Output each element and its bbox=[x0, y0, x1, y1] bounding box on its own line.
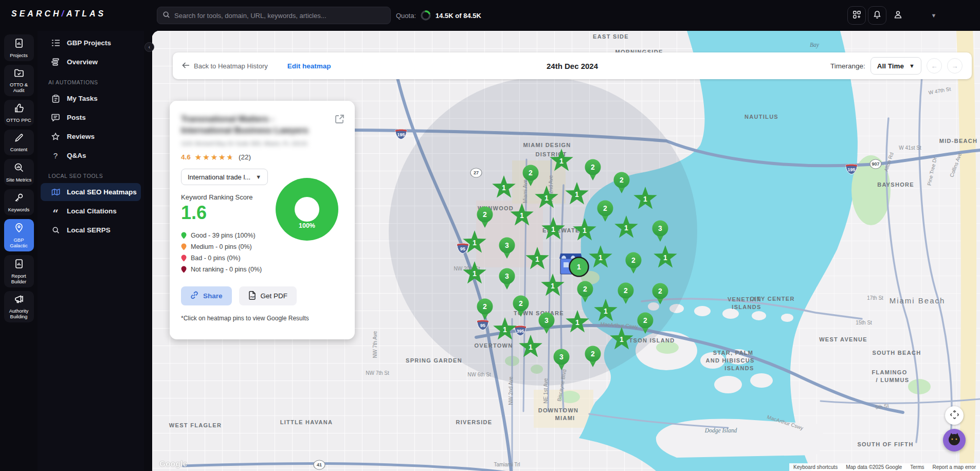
business-pin-badge[interactable]: 1 bbox=[570, 258, 589, 277]
pdf-file-icon: PDF bbox=[248, 291, 256, 301]
svg-text:1: 1 bbox=[473, 269, 477, 278]
sidebar-item-overview[interactable]: Overview bbox=[41, 53, 141, 71]
get-pdf-button[interactable]: PDF Get PDF bbox=[239, 286, 297, 305]
apps-grid-button[interactable] bbox=[847, 6, 866, 25]
map-canvas[interactable]: EAST SIDEMORNINGSIDEBayW 47th StNAUTILUS… bbox=[152, 31, 980, 471]
rail-item-label: Content bbox=[10, 147, 27, 152]
rail-item-authority-building[interactable]: Authority Building bbox=[4, 291, 34, 322]
rating-stars-icon: ★★★★★★★★★★ bbox=[195, 153, 234, 161]
map-label: LITTLE HAVANA bbox=[280, 419, 333, 425]
global-search[interactable] bbox=[157, 7, 391, 24]
rail-item-otto-audit[interactable]: OTTO & Audit bbox=[4, 65, 34, 96]
map-fullscreen-button[interactable] bbox=[945, 406, 964, 425]
rail-item-report-builder[interactable]: Report Builder bbox=[4, 255, 34, 287]
rail-item-gbp-galactic[interactable]: GBP Galactic bbox=[4, 219, 34, 251]
svg-text:3: 3 bbox=[505, 272, 509, 280]
svg-text:3: 3 bbox=[505, 241, 509, 249]
account-button[interactable] bbox=[888, 6, 907, 25]
share-button[interactable]: Share bbox=[181, 286, 232, 305]
prev-date-button[interactable]: ← bbox=[927, 58, 942, 74]
search-input[interactable] bbox=[174, 12, 385, 20]
map-attribution: Keyboard shortcutsMap data ©2025 GoogleT… bbox=[789, 463, 980, 471]
sidebar-item-label: GBP Projects bbox=[67, 39, 111, 47]
svg-text:2: 2 bbox=[529, 169, 533, 177]
sidebar-item-qas[interactable]: ? Q&As bbox=[41, 147, 141, 165]
map-label: MIAMI bbox=[555, 415, 575, 421]
map-label: SOUTH BEACH bbox=[873, 350, 921, 356]
map-label: Dodge Island bbox=[704, 427, 737, 434]
keyword-dropdown[interactable]: International trade l... ▼ bbox=[181, 169, 268, 185]
quota-label: Quota: bbox=[396, 12, 416, 20]
svg-text:2: 2 bbox=[603, 204, 607, 212]
list-icon bbox=[51, 39, 60, 47]
card-footnote: *Click on heatmap pins to view Google Re… bbox=[181, 315, 343, 322]
svg-text:1: 1 bbox=[502, 184, 506, 192]
back-to-history-link[interactable]: Back to Heatmap History bbox=[182, 62, 268, 70]
attribution-item[interactable]: Terms bbox=[906, 463, 928, 471]
map-label: OVERTOWN bbox=[475, 342, 513, 349]
svg-text:1: 1 bbox=[545, 194, 549, 202]
svg-text:2: 2 bbox=[643, 316, 647, 324]
notifications-button[interactable] bbox=[868, 6, 886, 25]
external-link-icon[interactable] bbox=[335, 114, 344, 126]
svg-text:95: 95 bbox=[460, 246, 465, 251]
chevron-down-icon: ▼ bbox=[909, 63, 915, 69]
map-label: BAYSHORE bbox=[877, 182, 914, 188]
svg-text:2: 2 bbox=[658, 287, 662, 295]
rail-item-projects[interactable]: Projects bbox=[4, 34, 34, 61]
svg-text:1: 1 bbox=[598, 253, 603, 262]
map-label: DOWNTOWN bbox=[538, 407, 579, 413]
rail-item-site-metrics[interactable]: Site Metrics bbox=[4, 159, 34, 186]
quota-value: 14.5K of 84.5K bbox=[435, 12, 481, 20]
business-name-blurred: Transnational Matters -International Bus… bbox=[181, 113, 330, 136]
rail-item-otto-ppc[interactable]: OTTO PPC bbox=[4, 100, 34, 126]
map-label: NW 7th St bbox=[366, 370, 389, 376]
rail-item-content[interactable]: Content bbox=[4, 130, 34, 155]
svg-text:2: 2 bbox=[483, 210, 487, 219]
rail-item-keywords[interactable]: Keywords bbox=[4, 189, 34, 215]
search-icon bbox=[162, 11, 170, 21]
map-label: SPRING GARDEN bbox=[406, 357, 462, 364]
sidebar-section-local-seo-tools: LOCAL SEO TOOLS bbox=[38, 166, 144, 182]
map-label: WEST AVENUE bbox=[819, 336, 867, 342]
map-label: Bay bbox=[810, 42, 820, 48]
sidebar-item-reviews[interactable]: Reviews bbox=[41, 128, 141, 146]
pin-marker-icon bbox=[181, 243, 187, 250]
svg-text:395: 395 bbox=[516, 329, 524, 334]
sidebar-item-label: Local SERPS bbox=[67, 226, 111, 234]
sidebar-collapse-button[interactable]: ‹ bbox=[144, 42, 154, 52]
sidebar-item-local-citations[interactable]: “ Local Citations bbox=[41, 202, 141, 220]
thumb-up-icon bbox=[14, 103, 24, 115]
sidebar-item-gbp-projects[interactable]: GBP Projects bbox=[41, 34, 141, 52]
timerange-select[interactable]: All Time ▼ bbox=[870, 57, 921, 75]
edit-heatmap-link[interactable]: Edit heatmap bbox=[287, 62, 331, 70]
pencil-icon bbox=[14, 133, 24, 144]
sidebar-item-posts[interactable]: Posts bbox=[41, 108, 141, 126]
map-label: NW 7th Ave bbox=[372, 331, 378, 358]
svg-text:2: 2 bbox=[620, 176, 624, 184]
sidebar-item-local-seo-heatmaps[interactable]: Local SEO Heatmaps bbox=[41, 183, 141, 201]
donut-hole bbox=[295, 197, 319, 222]
rail-item-label: Authority Building bbox=[5, 308, 33, 319]
map-label: Tamiami Trl bbox=[494, 462, 520, 467]
back-link-label: Back to Heatmap History bbox=[194, 62, 268, 70]
svg-text:3: 3 bbox=[658, 224, 662, 232]
chat-widget-button[interactable] bbox=[943, 429, 966, 451]
icon-rail: ProjectsOTTO & AuditOTTO PPCContentSite … bbox=[0, 31, 38, 471]
attribution-item[interactable]: Map data ©2025 Google bbox=[842, 463, 906, 471]
sidebar-item-my-tasks[interactable]: My Tasks bbox=[41, 89, 141, 107]
map-label: TSON ISLAND bbox=[629, 337, 675, 343]
share-label: Share bbox=[203, 292, 223, 300]
attribution-item[interactable]: Report a map error bbox=[929, 463, 980, 471]
sidebar-item-local-serps[interactable]: Local SERPS bbox=[41, 221, 141, 239]
svg-text:1: 1 bbox=[559, 157, 564, 165]
rail-item-label: Keywords bbox=[8, 207, 30, 212]
legend-row: Bad - 0 pins (0%) bbox=[181, 252, 343, 264]
attribution-item[interactable]: Keyboard shortcuts bbox=[789, 463, 842, 471]
heatmap-header-bar: Back to Heatmap History Edit heatmap 24t… bbox=[173, 52, 972, 79]
quota-indicator: Quota: 14.5K of 84.5K bbox=[396, 0, 481, 31]
next-date-button[interactable]: → bbox=[947, 58, 963, 74]
map-label: EAST SIDE bbox=[593, 33, 629, 40]
rail-item-label: GBP Galactic bbox=[5, 237, 33, 248]
account-menu-caret[interactable]: ▼ bbox=[924, 6, 943, 25]
